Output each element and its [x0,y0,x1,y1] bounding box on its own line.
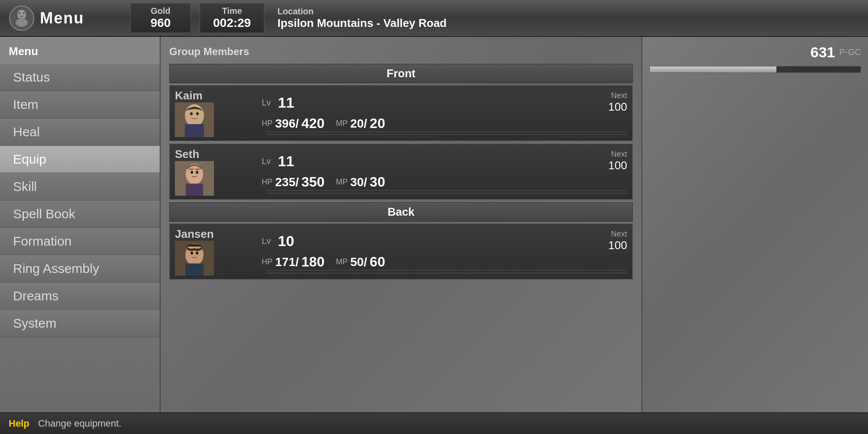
app-title: Menu [40,9,84,27]
mp-label-seth: MP [336,178,348,187]
mp-group-kaim: MP 20/ 20 [336,115,385,132]
menu-logo-icon [9,5,35,31]
bars-kaim [266,132,627,135]
sidebar-item-equip[interactable]: Equip [0,146,160,173]
sidebar-item-item[interactable]: Item [0,91,160,118]
character-card-kaim[interactable]: Kaim Lv 11 [169,85,633,141]
time-label: Time [222,6,242,16]
hp-max-jansen: 180 [302,254,325,270]
sidebar-item-label: Spell Book [13,207,75,221]
sidebar-item-label: Status [13,70,50,84]
sidebar-item-dreams[interactable]: Dreams [0,283,160,310]
svg-rect-7 [185,124,204,137]
mp-label-jansen: MP [336,257,348,266]
next-label-seth: Next [611,150,627,159]
sidebar-item-label: Ring Assembly [13,261,99,276]
character-card-seth[interactable]: Seth Lv [169,144,633,200]
pgc-bar-fill [650,66,776,72]
sidebar-item-status[interactable]: Status [0,64,160,91]
sidebar-item-label: Dreams [13,289,59,303]
char-name-seth: Seth [175,148,223,161]
sidebar-item-formation[interactable]: Formation [0,228,160,255]
sidebar-item-spell-book[interactable]: Spell Book [0,201,160,228]
char-left-jansen: Jansen [175,227,262,276]
gold-value: 960 [151,16,171,30]
sidebar-item-label: Heal [13,125,40,139]
next-container-kaim: Next 100 [608,91,627,114]
time-value: 002:29 [213,16,251,30]
svg-point-21 [191,252,193,255]
svg-point-10 [196,112,199,115]
char-stats-jansen: Lv 10 Next 100 HP 171/ 180 MP 50/ [262,230,627,273]
hp-current-seth: 235/ [275,175,299,189]
sidebar-item-skill[interactable]: Skill [0,173,160,201]
sidebar-item-system[interactable]: System [0,310,160,337]
location-area: Location Ipsilon Mountains - Valley Road [277,7,447,30]
mp-group-jansen: MP 50/ 60 [336,254,385,270]
lv-label-jansen: Lv [262,236,271,246]
hp-group-kaim: HP 396/ 420 [262,115,325,132]
hp-bar-kaim [266,132,627,132]
bars-jansen [266,270,627,273]
svg-rect-19 [185,263,204,276]
char-portrait-seth [175,161,214,196]
sidebar: Menu StatusItemHealEquipSkillSpell BookF… [0,37,161,412]
svg-point-16 [196,171,198,174]
pgc-area: 631 P-GC [649,44,861,61]
lv-label-seth: Lv [262,156,271,166]
char-left-seth: Seth [175,148,262,196]
mp-group-seth: MP 30/ 30 [336,174,385,190]
sidebar-item-label: Formation [13,234,72,248]
mp-bar-jansen [266,273,627,273]
sidebar-item-heal[interactable]: Heal [0,118,160,146]
next-value-seth: 100 [608,159,627,172]
char-stats-bottom-jansen: HP 171/ 180 MP 50/ 60 [262,254,627,270]
svg-point-9 [190,112,193,115]
hp-label-jansen: HP [262,257,273,266]
mp-current-kaim: 20/ [350,117,367,131]
group-members-title: Group Members [169,46,633,58]
help-text: Change equipment. [38,418,122,429]
location-value: Ipsilon Mountains - Valley Road [277,16,447,30]
svg-point-3 [19,12,20,14]
sidebar-item-label: Item [13,97,38,112]
gold-label: Gold [151,6,171,16]
char-stats-bottom-seth: HP 235/ 350 MP 30/ 30 [262,174,627,190]
hp-label-kaim: HP [262,119,273,128]
char-portrait-jansen [175,241,214,276]
next-value-kaim: 100 [608,100,627,114]
lv-value-seth: 11 [278,153,294,170]
hp-max-seth: 350 [302,174,325,190]
time-stat: Time 002:29 [200,3,264,33]
gold-stat: Gold 960 [130,3,191,33]
svg-point-22 [196,252,198,255]
sidebar-item-label: Skill [13,179,37,194]
mp-max-seth: 30 [370,174,385,190]
lv-value-kaim: 11 [278,94,294,111]
character-card-jansen[interactable]: Jansen Lv [169,224,633,279]
char-stats-top-seth: Lv 11 Next 100 [262,150,627,172]
center-panel: Group Members Front Kaim [161,37,642,412]
pgc-value: 631 [810,44,835,61]
hp-group-jansen: HP 171/ 180 [262,254,325,270]
sidebar-item-ring-assembly[interactable]: Ring Assembly [0,255,160,283]
svg-rect-13 [186,184,203,196]
hp-max-kaim: 420 [302,115,325,132]
char-stats-kaim: Lv 11 Next 100 HP 396/ 420 MP 20/ [262,91,627,135]
char-name-jansen: Jansen [175,227,223,241]
header: Menu Gold 960 Time 002:29 Location Ipsil… [0,0,868,37]
mp-bar-seth [266,193,627,194]
svg-point-2 [16,18,28,27]
svg-point-14 [188,168,201,178]
svg-point-8 [187,109,201,120]
hp-bar-seth [266,190,627,191]
bars-seth [266,190,627,194]
help-label: Help [9,418,30,429]
hp-current-kaim: 396/ [275,117,299,131]
char-name-kaim: Kaim [175,89,223,102]
main-content: Menu StatusItemHealEquipSkillSpell BookF… [0,37,868,412]
footer: Help Change equipment. [0,412,868,434]
mp-label-kaim: MP [336,119,348,128]
lv-value-jansen: 10 [278,233,294,250]
char-portrait-kaim [175,102,214,137]
